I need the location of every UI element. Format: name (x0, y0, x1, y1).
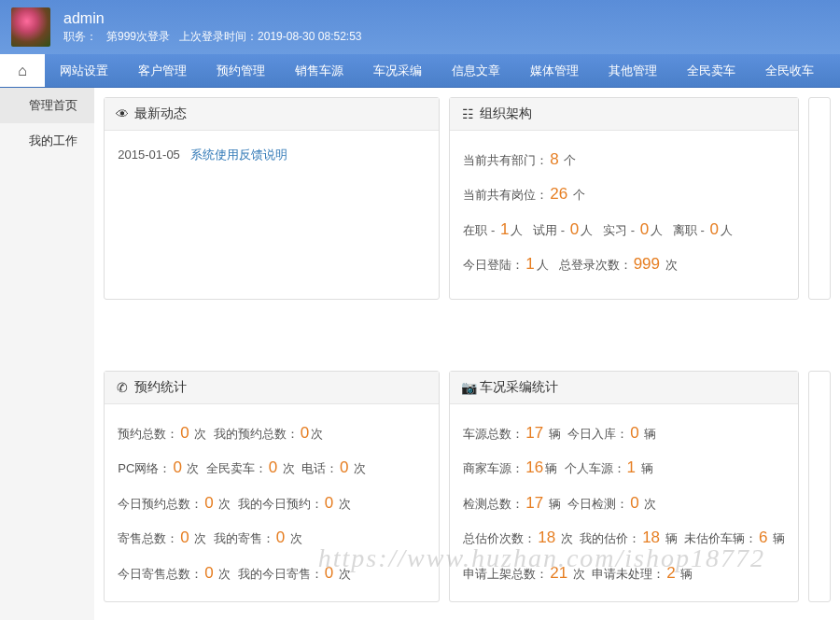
user-meta: 职务： 第999次登录 上次登录时间：2019-08-30 08:52:53 (63, 29, 362, 45)
org-today-login-label: 今日登陆： (463, 258, 524, 272)
nav-site-settings[interactable]: 网站设置 (45, 54, 123, 87)
bk-today-count: 0 (204, 494, 213, 512)
bk-mytoday-label: 我的今日预约： (238, 497, 323, 511)
vh-personal-count: 1 (627, 458, 636, 476)
nav-sales-source[interactable]: 销售车源 (280, 54, 358, 87)
vh-unest-unit: 辆 (769, 531, 785, 545)
vh-todayin-unit: 辆 (641, 427, 657, 441)
panel-booking-header: ✆ 预约统计 (105, 372, 439, 404)
vh-pending-label: 申请未处理： (592, 567, 665, 581)
nav-sell-car[interactable]: 全民卖车 (672, 54, 750, 87)
main-content: 👁 最新动态 2015-01-05 系统使用反馈说明 ☷ 组织架构 当前共有部门… (94, 88, 840, 620)
vh-todaycheck-label: 今日检测： (567, 497, 628, 511)
vh-unest-count: 6 (759, 528, 767, 546)
panel-news-body: 2015-01-05 系统使用反馈说明 (105, 131, 439, 299)
bk-sell-label: 全民卖车： (206, 461, 267, 475)
org-intern-count: 0 (640, 220, 649, 238)
eye-icon: 👁 (116, 106, 129, 121)
panel-vehicle: 📷 车况采编统计 车源总数：17 辆 今日入库：0 辆 商家车源：16辆 个人车… (449, 371, 799, 602)
vh-apply-count: 21 (550, 564, 567, 582)
sidebar-item-mywork[interactable]: 我的工作 (0, 123, 94, 159)
bk-phone-label: 电话： (301, 461, 338, 475)
panel-news: 👁 最新动态 2015-01-05 系统使用反馈说明 (104, 97, 440, 300)
org-total-login-count: 999 (634, 255, 660, 273)
vh-est-unit: 次 (557, 531, 573, 545)
org-today-login-count: 1 (525, 255, 534, 273)
vh-todaycheck-count: 0 (630, 494, 638, 512)
panel-booking-body: 预约总数：0 次 我的预约总数：0次 PC网络：0 次 全民卖车：0 次 电话：… (105, 404, 439, 601)
nav-buy-car[interactable]: 全民收车 (750, 54, 829, 87)
panel-booking: ✆ 预约统计 预约总数：0 次 我的预约总数：0次 PC网络：0 次 全民卖车：… (104, 371, 440, 602)
list-icon: ☷ (461, 106, 474, 121)
org-pos-unit: 个 (569, 188, 585, 202)
panel-org: ☷ 组织架构 当前共有部门：8 个 当前共有岗位：26 个 在职 - 1人 试用… (449, 97, 799, 300)
bk-mytotal-count: 0 (301, 424, 309, 442)
org-pos-count: 26 (550, 185, 567, 203)
bk-pc-unit: 次 (184, 461, 200, 475)
vh-est-label: 总估价次数： (463, 531, 536, 545)
org-leave-unit: 人 (721, 223, 733, 237)
nav-booking-mgmt[interactable]: 预约管理 (202, 54, 280, 87)
username: admin (63, 10, 362, 27)
vh-myest-count: 18 (642, 528, 660, 546)
bk-myconsign-label: 我的寄售： (214, 531, 274, 545)
last-login-label: 上次登录时间： (179, 30, 258, 43)
news-link[interactable]: 系统使用反馈说明 (190, 148, 287, 162)
nav-vehicle-edit[interactable]: 车况采编 (358, 54, 437, 87)
bk-consign-label: 寄售总数： (118, 531, 178, 545)
panel-news-header: 👁 最新动态 (105, 98, 439, 131)
panel-news-title: 最新动态 (134, 106, 187, 122)
bk-today-unit: 次 (216, 497, 231, 511)
news-date: 2015-01-05 (118, 148, 180, 162)
nav-other-mgmt[interactable]: 其他管理 (594, 54, 672, 87)
org-onjob-unit: 人 (511, 223, 523, 237)
bk-mytotal-unit: 次 (311, 427, 323, 441)
vh-dealer-label: 商家车源： (463, 461, 524, 475)
home-button[interactable]: ⌂ (0, 54, 45, 87)
bk-sell-unit: 次 (279, 461, 295, 475)
vh-pending-unit: 辆 (678, 567, 693, 581)
avatar[interactable] (11, 7, 50, 47)
bk-pc-count: 0 (173, 458, 181, 476)
vh-personal-unit: 辆 (637, 461, 653, 475)
vh-todaycheck-unit: 次 (641, 497, 657, 511)
bk-myconsign-count: 0 (276, 528, 285, 546)
header-bar: admin 职务： 第999次登录 上次登录时间：2019-08-30 08:5… (0, 0, 840, 54)
vh-pending-count: 2 (666, 564, 675, 582)
panel-org-title: 组织架构 (480, 106, 532, 122)
vh-unest-label: 未估价车辆： (684, 531, 757, 545)
bk-consign-count: 0 (180, 528, 189, 546)
bk-mytodayconsign-count: 0 (325, 564, 333, 582)
org-onjob-count: 1 (500, 220, 509, 238)
nav-info-articles[interactable]: 信息文章 (437, 54, 515, 87)
bk-myconsign-unit: 次 (287, 531, 302, 545)
vh-src-count: 17 (525, 424, 543, 442)
bk-todayconsign-unit: 次 (216, 567, 231, 581)
panel-org-body: 当前共有部门：8 个 当前共有岗位：26 个 在职 - 1人 试用 - 0人 实… (450, 131, 798, 293)
org-trial-label: 试用 - (533, 223, 568, 237)
sidebar-item-home[interactable]: 管理首页 (0, 88, 94, 123)
bk-mytodayconsign-unit: 次 (335, 567, 351, 581)
user-info: admin 职务： 第999次登录 上次登录时间：2019-08-30 08:5… (63, 10, 362, 45)
bk-todayconsign-count: 0 (204, 564, 213, 582)
login-count: 第999次登录 (106, 30, 170, 43)
panel-edge-1 (808, 97, 831, 300)
org-dept-count: 8 (550, 150, 558, 168)
nav-customer-mgmt[interactable]: 客户管理 (123, 54, 202, 87)
bk-phone-unit: 次 (351, 461, 367, 475)
vh-src-unit: 辆 (545, 427, 561, 441)
org-intern-unit: 人 (651, 223, 663, 237)
bk-mytodayconsign-label: 我的今日寄售： (238, 567, 323, 581)
bk-mytoday-count: 0 (325, 494, 333, 512)
org-total-login-label: 总登录次数： (559, 258, 632, 272)
bk-total-unit: 次 (191, 427, 207, 441)
panel-booking-title: 预约统计 (134, 379, 187, 396)
camera-icon: 📷 (461, 380, 474, 395)
bk-consign-unit: 次 (191, 531, 207, 545)
org-trial-unit: 人 (581, 223, 593, 237)
bk-today-label: 今日预约总数： (118, 497, 203, 511)
org-pos-label: 当前共有岗位： (463, 188, 548, 202)
org-trial-count: 0 (570, 220, 579, 238)
nav-media-mgmt[interactable]: 媒体管理 (515, 54, 594, 87)
phone-icon: ✆ (116, 380, 129, 395)
